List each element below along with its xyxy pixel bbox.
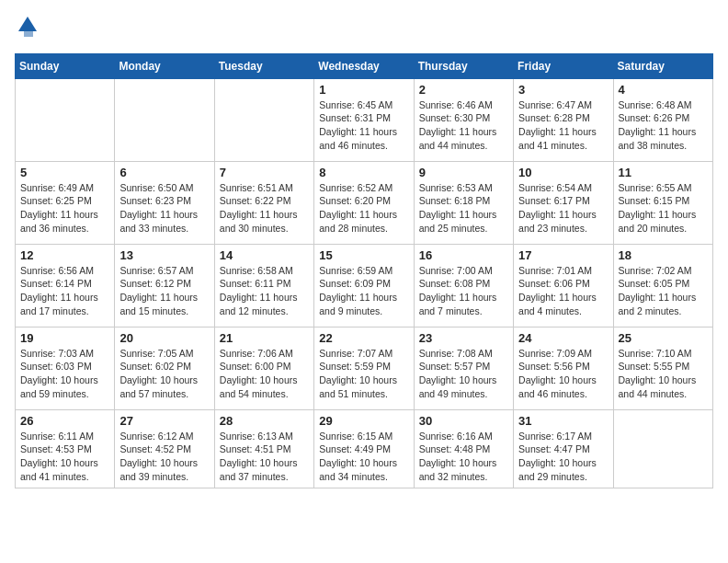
- day-number: 28: [220, 414, 309, 428]
- weekday-sunday: Sunday: [16, 53, 115, 78]
- weekday-tuesday: Tuesday: [214, 53, 313, 78]
- calendar-cell: 19Sunrise: 7:03 AM Sunset: 6:03 PM Dayli…: [16, 327, 115, 409]
- day-info: Sunrise: 6:51 AM Sunset: 6:22 PM Dayligh…: [220, 181, 309, 236]
- day-number: 26: [20, 414, 109, 428]
- calendar-cell: 26Sunrise: 6:11 AM Sunset: 4:53 PM Dayli…: [16, 409, 115, 488]
- day-number: 3: [518, 83, 608, 97]
- day-info: Sunrise: 6:46 AM Sunset: 6:30 PM Dayligh…: [419, 98, 508, 153]
- page-header: [15, 15, 713, 42]
- calendar-cell: 13Sunrise: 6:57 AM Sunset: 6:12 PM Dayli…: [115, 244, 214, 327]
- calendar-table: SundayMondayTuesdayWednesdayThursdayFrid…: [15, 53, 713, 488]
- calendar-cell: 20Sunrise: 7:05 AM Sunset: 6:02 PM Dayli…: [115, 327, 214, 409]
- day-number: 6: [119, 166, 209, 179]
- weekday-wednesday: Wednesday: [314, 53, 414, 78]
- day-info: Sunrise: 7:07 AM Sunset: 5:59 PM Dayligh…: [319, 347, 408, 401]
- calendar-cell: 3Sunrise: 6:47 AM Sunset: 6:28 PM Daylig…: [514, 78, 613, 161]
- day-info: Sunrise: 7:09 AM Sunset: 5:56 PM Dayligh…: [518, 347, 608, 401]
- calendar-week-1: 1Sunrise: 6:45 AM Sunset: 6:31 PM Daylig…: [16, 78, 713, 161]
- calendar-cell: 30Sunrise: 6:16 AM Sunset: 4:48 PM Dayli…: [414, 409, 513, 488]
- day-number: 14: [220, 248, 309, 262]
- day-number: 19: [20, 331, 109, 345]
- calendar-cell: 18Sunrise: 7:02 AM Sunset: 6:05 PM Dayli…: [613, 244, 712, 327]
- calendar-cell: 21Sunrise: 7:06 AM Sunset: 6:00 PM Dayli…: [214, 327, 313, 409]
- day-number: 31: [518, 414, 608, 428]
- day-info: Sunrise: 7:01 AM Sunset: 6:06 PM Dayligh…: [518, 264, 608, 318]
- day-info: Sunrise: 6:58 AM Sunset: 6:11 PM Dayligh…: [220, 264, 309, 318]
- calendar-cell: [613, 409, 712, 488]
- day-number: 23: [419, 331, 508, 345]
- calendar-cell: 1Sunrise: 6:45 AM Sunset: 6:31 PM Daylig…: [314, 78, 414, 161]
- day-info: Sunrise: 6:47 AM Sunset: 6:28 PM Dayligh…: [518, 98, 608, 153]
- day-number: 22: [319, 331, 408, 345]
- calendar-cell: 15Sunrise: 6:59 AM Sunset: 6:09 PM Dayli…: [314, 244, 414, 327]
- calendar-cell: [214, 78, 313, 161]
- calendar-week-5: 26Sunrise: 6:11 AM Sunset: 4:53 PM Dayli…: [16, 409, 713, 488]
- calendar-cell: 10Sunrise: 6:54 AM Sunset: 6:17 PM Dayli…: [514, 161, 613, 244]
- day-info: Sunrise: 7:00 AM Sunset: 6:08 PM Dayligh…: [419, 264, 508, 318]
- calendar-cell: 17Sunrise: 7:01 AM Sunset: 6:06 PM Dayli…: [514, 244, 613, 327]
- day-info: Sunrise: 7:02 AM Sunset: 6:05 PM Dayligh…: [619, 264, 708, 318]
- day-info: Sunrise: 6:11 AM Sunset: 4:53 PM Dayligh…: [20, 430, 109, 484]
- calendar-cell: 11Sunrise: 6:55 AM Sunset: 6:15 PM Dayli…: [613, 161, 712, 244]
- day-number: 21: [220, 331, 309, 345]
- calendar-cell: 14Sunrise: 6:58 AM Sunset: 6:11 PM Dayli…: [214, 244, 313, 327]
- logo-icon: [17, 15, 39, 37]
- day-info: Sunrise: 7:05 AM Sunset: 6:02 PM Dayligh…: [119, 347, 209, 401]
- logo: [15, 15, 39, 42]
- calendar-week-3: 12Sunrise: 6:56 AM Sunset: 6:14 PM Dayli…: [16, 244, 713, 327]
- weekday-header-row: SundayMondayTuesdayWednesdayThursdayFrid…: [16, 53, 713, 78]
- day-number: 12: [20, 248, 109, 262]
- calendar-cell: [16, 78, 115, 161]
- day-number: 30: [419, 414, 508, 428]
- day-number: 18: [619, 248, 708, 262]
- day-number: 20: [119, 331, 209, 345]
- day-number: 1: [319, 83, 408, 97]
- day-info: Sunrise: 7:08 AM Sunset: 5:57 PM Dayligh…: [419, 347, 508, 401]
- weekday-thursday: Thursday: [414, 53, 513, 78]
- calendar-cell: 8Sunrise: 6:52 AM Sunset: 6:20 PM Daylig…: [314, 161, 414, 244]
- logo-text: [15, 15, 39, 42]
- calendar-cell: [115, 78, 214, 161]
- day-number: 5: [20, 166, 109, 179]
- day-number: 9: [419, 166, 508, 179]
- day-number: 13: [119, 248, 209, 262]
- day-number: 7: [220, 166, 309, 179]
- day-info: Sunrise: 6:53 AM Sunset: 6:18 PM Dayligh…: [419, 181, 508, 236]
- day-number: 10: [518, 166, 608, 179]
- calendar-cell: 31Sunrise: 6:17 AM Sunset: 4:47 PM Dayli…: [514, 409, 613, 488]
- day-info: Sunrise: 6:49 AM Sunset: 6:25 PM Dayligh…: [20, 181, 109, 236]
- calendar-week-4: 19Sunrise: 7:03 AM Sunset: 6:03 PM Dayli…: [16, 327, 713, 409]
- weekday-friday: Friday: [514, 53, 613, 78]
- calendar-cell: 27Sunrise: 6:12 AM Sunset: 4:52 PM Dayli…: [115, 409, 214, 488]
- calendar-cell: 24Sunrise: 7:09 AM Sunset: 5:56 PM Dayli…: [514, 327, 613, 409]
- calendar-cell: 12Sunrise: 6:56 AM Sunset: 6:14 PM Dayli…: [16, 244, 115, 327]
- calendar-cell: 22Sunrise: 7:07 AM Sunset: 5:59 PM Dayli…: [314, 327, 414, 409]
- day-info: Sunrise: 7:10 AM Sunset: 5:55 PM Dayligh…: [619, 347, 708, 401]
- day-number: 17: [518, 248, 608, 262]
- day-number: 24: [518, 331, 608, 345]
- day-info: Sunrise: 6:16 AM Sunset: 4:48 PM Dayligh…: [419, 430, 508, 484]
- day-number: 16: [419, 248, 508, 262]
- calendar-cell: 23Sunrise: 7:08 AM Sunset: 5:57 PM Dayli…: [414, 327, 513, 409]
- day-number: 4: [619, 83, 708, 97]
- day-number: 8: [319, 166, 408, 179]
- day-info: Sunrise: 6:52 AM Sunset: 6:20 PM Dayligh…: [319, 181, 408, 236]
- day-number: 27: [119, 414, 209, 428]
- day-info: Sunrise: 6:13 AM Sunset: 4:51 PM Dayligh…: [220, 430, 309, 484]
- day-info: Sunrise: 6:59 AM Sunset: 6:09 PM Dayligh…: [319, 264, 408, 318]
- svg-marker-0: [18, 17, 37, 31]
- day-info: Sunrise: 6:45 AM Sunset: 6:31 PM Dayligh…: [319, 98, 408, 153]
- calendar-cell: 2Sunrise: 6:46 AM Sunset: 6:30 PM Daylig…: [414, 78, 513, 161]
- svg-marker-1: [24, 31, 33, 37]
- day-info: Sunrise: 6:50 AM Sunset: 6:23 PM Dayligh…: [119, 181, 209, 236]
- day-number: 15: [319, 248, 408, 262]
- day-info: Sunrise: 6:54 AM Sunset: 6:17 PM Dayligh…: [518, 181, 608, 236]
- calendar-body: 1Sunrise: 6:45 AM Sunset: 6:31 PM Daylig…: [16, 78, 713, 488]
- day-number: 2: [419, 83, 508, 97]
- calendar-cell: 6Sunrise: 6:50 AM Sunset: 6:23 PM Daylig…: [115, 161, 214, 244]
- day-info: Sunrise: 6:57 AM Sunset: 6:12 PM Dayligh…: [119, 264, 209, 318]
- day-info: Sunrise: 7:06 AM Sunset: 6:00 PM Dayligh…: [220, 347, 309, 401]
- calendar-cell: 28Sunrise: 6:13 AM Sunset: 4:51 PM Dayli…: [214, 409, 313, 488]
- day-info: Sunrise: 6:48 AM Sunset: 6:26 PM Dayligh…: [619, 98, 708, 153]
- calendar-cell: 9Sunrise: 6:53 AM Sunset: 6:18 PM Daylig…: [414, 161, 513, 244]
